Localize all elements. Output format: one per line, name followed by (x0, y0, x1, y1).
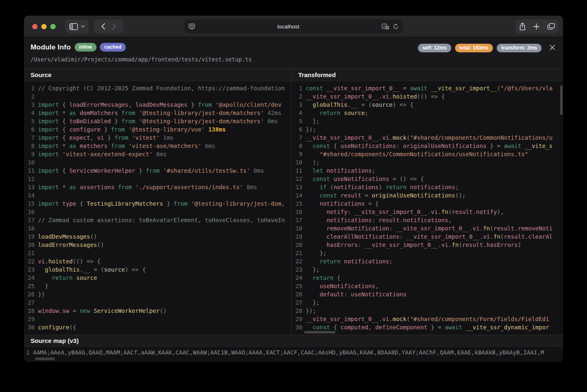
code-line: 3 globalThis.__ = (source) => { (292, 101, 563, 109)
code-line: 14 (24, 191, 291, 200)
code-line: 20 hasErrors: __vite_ssr_import_0__.vi.f… (292, 241, 563, 249)
browser-window: localhost A 文 (24, 16, 563, 362)
code-line: 10 (24, 158, 291, 167)
code-line: 9 "#shared/components/CommonNotification… (292, 150, 563, 158)
code-line: 10 ); (292, 158, 563, 167)
sourcemap-scrollbar[interactable] (35, 357, 55, 360)
code-line: 8 const { useNotifications: originalUseN… (292, 142, 563, 150)
transformed-code[interactable]: 1const __vite_ssr_import_0__ = await __v… (292, 81, 563, 335)
page-settings-icon[interactable] (189, 23, 195, 29)
code-line: 25 useNotifications, (292, 282, 563, 290)
transformed-panel: Transformed 1const __vite_ssr_import_0__… (292, 69, 563, 335)
timing-badge: self: 12ms (418, 44, 451, 52)
chevron-down-icon (81, 25, 85, 28)
transformed-panel-title: Transformed (292, 69, 563, 81)
code-line: 19 clearAllNotifications: __vite_ssr_imp… (292, 232, 563, 241)
new-tab-icon[interactable] (533, 23, 540, 30)
address-bar[interactable]: localhost A 文 (184, 19, 403, 33)
module-badge: cached (100, 43, 126, 52)
code-line: 27 }; (292, 298, 563, 307)
code-line: 9import 'vitest-axe/extend-expect' 0ms (24, 150, 291, 158)
code-line: 20loadErrorMessages() (24, 241, 291, 249)
code-line: 15 notifications = { (292, 200, 563, 208)
sidebar-icon (69, 23, 78, 30)
code-line: 12 const useNotifications = () => { (292, 175, 563, 183)
code-line: 28window.sw = new ServiceWorkerHelper() (24, 307, 291, 315)
code-line: 24 return { (292, 274, 563, 282)
code-line: 26}) (24, 290, 291, 298)
close-icon (549, 45, 555, 50)
traffic-lights (32, 24, 56, 29)
back-icon[interactable] (101, 23, 105, 30)
code-line: 2 (24, 92, 291, 101)
code-line: 23 globalThis.__ = (source) => { (24, 265, 291, 274)
code-line: 7__vite_ssr_import_0__.vi.mock("#shared/… (292, 134, 563, 142)
code-line: 25 } (24, 282, 291, 290)
source-panel: Source 1// Copyright (C) 2012-2025 Zamma… (24, 69, 292, 335)
code-line: 4 return source; (292, 109, 563, 117)
sourcemap-section: Source map (v3) 1 AAMA;AAeA,yBAAG,QAAQ,M… (24, 335, 563, 362)
code-panels: Source 1// Copyright (C) 2012-2025 Zamma… (24, 68, 563, 335)
code-line: 13import * as assertions from './support… (24, 183, 291, 191)
code-line: 12 (24, 175, 291, 183)
timing-badges: self: 12mstotal: 193mstransform: 2ms (418, 44, 542, 52)
code-line: 27 (24, 298, 291, 307)
svg-text:A: A (383, 24, 386, 28)
code-line: 15import type { TestingLibraryMatchers }… (24, 200, 291, 208)
code-line: 30 const { computed, defineComponent } =… (292, 323, 563, 331)
code-line: 5import { toBeDisabled } from '@testing-… (24, 117, 291, 125)
page-title: Module Info (31, 43, 71, 52)
code-line: 30configure({ (24, 323, 291, 331)
sourcemap-code[interactable]: 1 AAMA;AAeA,yBAAG,QAAQ,MAAM;AACf,aAAW,KA… (24, 347, 563, 362)
code-line: 11 let notifications; (292, 167, 563, 175)
close-window-button[interactable] (32, 24, 38, 29)
code-line: 11import { ServiceWorkerHelper } from '#… (24, 167, 291, 175)
code-line: 14 const result = originalUseNotificatio… (292, 191, 563, 200)
svg-text:文: 文 (386, 26, 389, 29)
code-line: 3import { loadErrorMessages, loadDevMess… (24, 101, 291, 109)
tab-overview-icon[interactable] (547, 23, 555, 30)
vertical-scrollbar[interactable] (560, 85, 563, 115)
sidebar-toggle-button[interactable] (65, 19, 89, 33)
code-line: 21 (24, 249, 291, 257)
source-panel-title: Source (24, 69, 291, 81)
code-line: 28}); (292, 307, 563, 315)
timing-badge: transform: 2ms (497, 44, 542, 52)
code-line: 21 }; (292, 249, 563, 257)
url-text[interactable]: localhost (195, 23, 382, 30)
code-line: 2__vite_ssr_import_0__.vi.hoisted(() => … (292, 92, 563, 101)
translate-icon[interactable]: A 文 (382, 23, 389, 30)
sourcemap-line-number: 1 (24, 349, 33, 356)
minimize-window-button[interactable] (41, 24, 47, 29)
source-code[interactable]: 1// Copyright (C) 2012-2025 Zammad Found… (24, 81, 291, 335)
code-line: 6}); (292, 125, 563, 134)
code-line: 13 if (notifications) return notificatio… (292, 183, 563, 191)
code-line: 5 }; (292, 117, 563, 125)
code-line: 17 notifications: result.notifications, (292, 216, 563, 224)
code-line: 23 }; (292, 265, 563, 274)
code-line: 1// Copyright (C) 2012-2025 Zammad Found… (24, 84, 291, 92)
code-line: 18 (24, 224, 291, 232)
code-line: 18 removeNotification: __vite_ssr_import… (292, 224, 563, 232)
nav-divider (108, 23, 109, 30)
module-info-header: Module Info inlinecached /Users/vladimir… (24, 37, 563, 68)
code-line: 4import * as domMatchers from '@testing-… (24, 109, 291, 117)
share-icon[interactable] (519, 23, 526, 31)
browser-toolbar: localhost A 文 (24, 16, 563, 37)
code-line: 17// Zammad custom assertions: toBeAvata… (24, 216, 291, 224)
zoom-window-button[interactable] (50, 24, 56, 29)
code-line: 26 default: useNotifications (292, 290, 563, 298)
reload-icon[interactable] (393, 23, 399, 30)
code-line: 29 (24, 315, 291, 323)
horizontal-scrollbar[interactable] (304, 331, 335, 333)
code-line: 22vi.hoisted(() => { (24, 257, 291, 265)
close-panel-button[interactable] (547, 42, 557, 52)
code-line: 1const __vite_ssr_import_0__ = await __v… (292, 84, 563, 92)
code-line: 6import { configure } from '@testing-lib… (24, 125, 291, 134)
forward-icon[interactable] (112, 23, 116, 30)
module-badges: inlinecached (75, 43, 126, 52)
module-file-path: /Users/vladimir/Projects/zammad/app/fron… (31, 56, 252, 63)
timing-badge: total: 193ms (455, 44, 493, 52)
code-line: 29__vite_ssr_import_0__.vi.mock("#shared… (292, 315, 563, 323)
code-line: 8import * as matchers from 'vitest-axe/m… (24, 142, 291, 150)
